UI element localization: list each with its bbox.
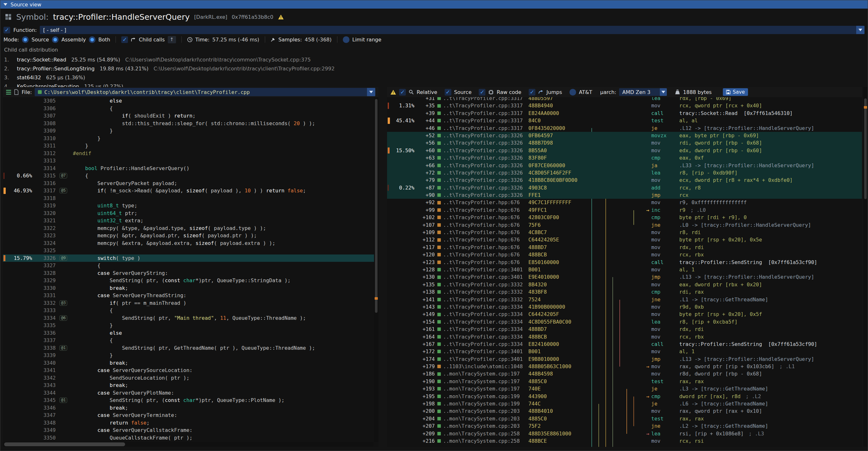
asm-instruction-row[interactable]: +120..t\TracyProfiler.hpp:676488BCBmovrc… xyxy=(387,251,862,258)
source-checkbox[interactable]: ✓ xyxy=(445,89,451,95)
source-line[interactable]: 15.79%3326@9 switch( type ) xyxy=(3,254,378,262)
file-combo[interactable]: C:\Users\wolf\Desktop\darkrl\contrib\tra… xyxy=(35,88,375,96)
relative-checkbox[interactable]: ✓ xyxy=(399,89,406,95)
source-horizontal-scrollbar[interactable] xyxy=(3,442,373,447)
source-line[interactable]: 3346 break; xyxy=(3,404,378,412)
asm-instruction-row[interactable]: +128..t\TracyProfiler.cpp:3401B001moval,… xyxy=(387,266,862,273)
asm-instruction-row[interactable]: +174..t\TracyProfiler.cpp:3401E9B8010000… xyxy=(387,356,862,363)
source-toggle-label[interactable]: Source xyxy=(454,89,472,95)
scrollbar-thumb[interactable] xyxy=(375,99,377,313)
source-line[interactable]: 3333 { xyxy=(3,307,378,314)
source-line[interactable]: 3324 memcpy( &extra, &payload.extra, siz… xyxy=(3,240,378,247)
asm-instruction-row[interactable]: +31..t\TracyProfiler.cpp:3317488D5597lea… xyxy=(387,97,862,102)
asm-instruction-row[interactable]: +92..t\TracyProfiler.hpp:67649C7C1FFFFFF… xyxy=(387,199,862,206)
asm-instruction-row[interactable]: +138..t\TracyProfiler.cpp:3332483BF8cmpr… xyxy=(387,288,862,296)
source-line[interactable]: 3348 return false; xyxy=(3,419,378,427)
asm-instruction-row[interactable]: +66..t\TracyProfiler.cpp:33260F87CE06000… xyxy=(387,162,862,169)
source-line[interactable]: 3309 } xyxy=(3,127,378,135)
asm-instruction-row[interactable]: 45.41%+44..t\TracyProfiler.cpp:331784C0t… xyxy=(387,117,862,124)
source-line[interactable]: 3339 } xyxy=(3,352,378,359)
child-calls-label[interactable]: Child calls xyxy=(139,37,164,43)
limit-range-checkbox[interactable] xyxy=(343,36,349,43)
source-line[interactable]: 3313 xyxy=(3,157,378,165)
asm-instruction-row[interactable]: +143..t\TracyProfiler.cpp:333441B90B0000… xyxy=(387,303,862,310)
asm-instruction-row[interactable]: +141..t\TracyProfiler.cpp:33327524jne.L1… xyxy=(387,296,862,303)
source-line[interactable]: 3312#endif xyxy=(3,150,378,157)
asm-instruction-row[interactable]: +190..mon\TracySystem.cpp:1974885C0testr… xyxy=(387,378,862,385)
source-line[interactable]: 3338@1 SendString( ptr, GetThreadName( p… xyxy=(3,344,378,352)
source-line[interactable]: 3350 QueueCallstackFrame( ptr ); xyxy=(3,434,378,442)
source-line[interactable]: 3311 } xyxy=(3,142,378,150)
asm-instruction-row[interactable]: +195..mon\TracySystem.cpp:199443900→cmpd… xyxy=(387,393,862,400)
source-line[interactable]: 3334@6 SendString( ptr, "Main thread", 1… xyxy=(3,314,378,322)
asm-instruction-row[interactable]: +52..t\TracyProfiler.cpp:33260FB64597mov… xyxy=(387,132,862,139)
source-line[interactable]: 3331 case ServerQueryThreadString: xyxy=(3,292,378,299)
source-line[interactable]: 3335 } xyxy=(3,322,378,329)
source-line[interactable]: 3316 ServerQueryPacket payload; xyxy=(3,180,378,187)
source-line[interactable]: 3342 SendSourceLocation( ptr ); xyxy=(3,374,378,382)
jumps-checkbox[interactable]: ✓ xyxy=(529,89,535,95)
asm-instruction-row[interactable]: +193..mon\TracySystem.cpp:197740Eje.L3 -… xyxy=(387,385,862,392)
asm-instruction-row[interactable]: +117..t\TracyProfiler.hpp:676488BD7movrd… xyxy=(387,244,862,251)
asm-instruction-row[interactable]: +149..t\TracyProfiler.cpp:3334C64424205F… xyxy=(387,310,862,318)
source-line[interactable]: 3307 if( shouldExit ) return; xyxy=(3,112,378,120)
source-line[interactable]: 3318 xyxy=(3,194,378,202)
asm-instruction-row[interactable]: +63..t\TracyProfiler.cpp:332683F80Fcmpea… xyxy=(387,154,862,161)
asm-instruction-row[interactable]: 15.50%+60..t\TracyProfiler.cpp:33268B55A… xyxy=(387,147,862,154)
asm-instruction-row[interactable]: +216..mon\TracySystem.cpp:258488BCEmovrc… xyxy=(387,437,862,445)
asm-instruction-row[interactable]: +207..mon\TracySystem.cpp:20375F2jne.L2 … xyxy=(387,422,862,430)
mode-radio-source[interactable] xyxy=(22,36,29,43)
scrollbar-thumb[interactable] xyxy=(864,98,867,199)
asm-instruction-row[interactable]: +198..mon\TracySystem.cpp:199744Cje.L6 -… xyxy=(387,400,862,408)
asm-instruction-row[interactable]: +79..t\TracyProfiler.cpp:3326418B8C80E0B… xyxy=(387,176,862,184)
limit-range-label[interactable]: Limit range xyxy=(352,37,381,43)
source-line[interactable]: 0.66%3315@7 { xyxy=(3,172,378,180)
asm-instruction-row[interactable]: +56..t\TracyProfiler.cpp:3326488B7D98mov… xyxy=(387,139,862,147)
asm-instruction-row[interactable]: +109..t\TracyProfiler.hpp:6764C8BC7movr8… xyxy=(387,229,862,236)
source-line[interactable]: 3349 case ServerQueryCallstackFrame: xyxy=(3,426,378,434)
asm-instruction-row[interactable]: +112..t\TracyProfiler.hpp:676C64424205Em… xyxy=(387,236,862,243)
child-call-item[interactable]: 2.tracy::Profiler::SendLongString19.88 m… xyxy=(4,64,864,73)
source-line[interactable]: 3306 { xyxy=(3,105,378,113)
asm-instruction-row[interactable]: +102..t\TracyProfiler.hpp:67642803C0F00c… xyxy=(387,214,862,221)
source-line[interactable]: 3337 { xyxy=(3,337,378,344)
asm-instruction-row[interactable]: +204..mon\TracySystem.cpp:2034885C0testr… xyxy=(387,415,862,422)
asm-instruction-row[interactable]: +130..t\TracyProfiler.cpp:3401E9E4010000… xyxy=(387,273,862,280)
source-line[interactable]: 3345@1 SendString( ptr, (const char*)ptr… xyxy=(3,396,378,404)
function-combo[interactable]: [ - self - ] xyxy=(40,26,865,34)
att-syntax-checkbox[interactable] xyxy=(569,89,576,95)
asm-instruction-row[interactable]: 1.31%+35..t\TracyProfiler.cpp:3317488B49… xyxy=(387,102,862,109)
raw-code-label[interactable]: Raw code xyxy=(497,89,521,95)
source-line[interactable]: 3320 uint64_t ptr; xyxy=(3,210,378,217)
child-call-item[interactable]: 4.KeSynchronizeExecution125 μs (0.27%) xyxy=(4,82,864,87)
function-checkbox[interactable]: ✓ xyxy=(3,27,10,33)
source-line[interactable]: 3308 std::this_thread::sleep_for( std::c… xyxy=(3,120,378,127)
raw-code-checkbox[interactable]: ✓ xyxy=(479,89,486,95)
chevron-down-icon[interactable] xyxy=(660,88,667,96)
asm-instruction-row[interactable]: +167..t\TracyProfiler.cpp:3334E824160000… xyxy=(387,340,862,348)
source-line[interactable]: 3343 break; xyxy=(3,382,378,389)
child-call-item[interactable]: 1.tracy::Socket::Read25.25 ms (54.89%)C:… xyxy=(4,55,864,64)
asm-instruction-row[interactable]: +123..t\TracyProfiler.hpp:676E850160000c… xyxy=(387,259,862,266)
source-line[interactable]: 3323 memcpy( &ptr, &payload.ptr, sizeof(… xyxy=(3,232,378,240)
source-vertical-scrollbar[interactable] xyxy=(374,97,378,442)
file-list-icon[interactable] xyxy=(6,90,11,95)
source-line[interactable]: 3347 case ServerQueryTerminate: xyxy=(3,412,378,419)
att-syntax-label[interactable]: AT&T xyxy=(579,89,592,95)
asm-instruction-row[interactable]: +99..t\TracyProfiler.hpp:67649FFC1→incr9… xyxy=(387,206,862,214)
source-line[interactable]: 3336 else xyxy=(3,329,378,337)
asm-instruction-row[interactable]: +186..mon\TracySystem.cpp:197448B4598mov… xyxy=(387,370,862,378)
source-line[interactable]: 3330 break; xyxy=(3,284,378,292)
chevron-down-icon[interactable] xyxy=(856,26,865,34)
source-line[interactable]: 46.93%3317@5 if( !m_sock->Read( &payload… xyxy=(3,187,378,194)
asm-instruction-row[interactable]: +154..t\TracyProfiler.cpp:33344C8D055FBA… xyxy=(387,318,862,326)
uarch-combo[interactable]: AMD Zen 3 xyxy=(619,88,667,96)
source-line[interactable]: 3344 case ServerQueryPlotName: xyxy=(3,389,378,397)
asm-instruction-row[interactable]: +172..t\TracyProfiler.cpp:3401B001moval,… xyxy=(387,348,862,355)
save-button[interactable]: Save xyxy=(723,88,748,96)
asm-instruction-row[interactable]: +90..t\TracyProfiler.cpp:3326FFE1jmprcx xyxy=(387,191,862,199)
asm-instruction-row[interactable]: +161..t\TracyProfiler.cpp:3334488BD7movr… xyxy=(387,326,862,333)
relative-label[interactable]: Relative xyxy=(417,89,437,95)
asm-instruction-row[interactable]: +135..t\TracyProfiler.cpp:33328B4320move… xyxy=(387,281,862,288)
asm-instruction-row[interactable]: +72..t\TracyProfiler.cpp:33264C8D05F146F… xyxy=(387,169,862,176)
